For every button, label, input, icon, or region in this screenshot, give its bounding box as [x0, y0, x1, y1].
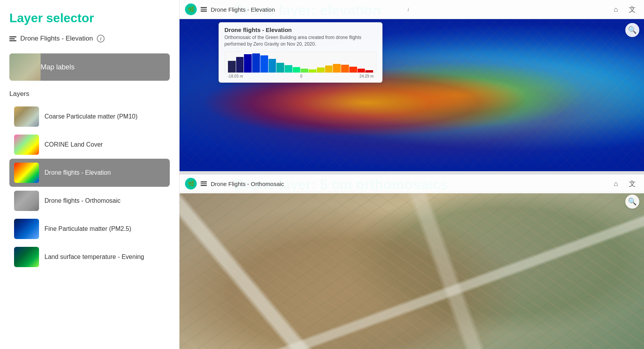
hist-bar-2 [236, 57, 244, 72]
layer-item-corine[interactable]: CORINE Land Cover [9, 131, 170, 159]
top-map-logo: 🌿 [185, 4, 197, 15]
ortho-roads-overlay [180, 191, 644, 349]
layer-item-drone-elev[interactable]: Drone flights - Elevation [9, 159, 170, 187]
map-labels-text: Map labels [41, 63, 75, 71]
hist-bar-4 [252, 53, 260, 73]
hist-bar-10 [301, 69, 308, 73]
ortho-map-home-btn[interactable]: ⌂ [610, 177, 622, 190]
hist-bar-5 [260, 55, 268, 73]
layer-thumbnail-drone-elev [14, 163, 39, 183]
hist-bar-6 [269, 59, 276, 72]
hist-bar-3 [244, 54, 252, 73]
map-labels-card[interactable]: Map labels [9, 53, 170, 81]
hist-bar-1 [228, 61, 236, 72]
ortho-map-toolbar: 🌿 Drone Flights - Orthomosaic ⌂ 文 [180, 174, 644, 193]
hist-bar-8 [285, 65, 292, 73]
active-layer-row: Drone Flights - Elevation i [9, 35, 170, 47]
layer-thumbnail-pm25 [14, 219, 39, 239]
ortho-map-visual [180, 191, 644, 349]
hist-bar-17 [358, 69, 365, 73]
layers-stack-icon [9, 36, 16, 41]
right-panel: 🌿 Drone Flights - Elevation i ⌂ 文 Drone … [180, 0, 644, 349]
ortho-map-layers-icon[interactable] [201, 181, 207, 186]
layer-thumbnail-ortho [14, 191, 39, 211]
layer-thumbnail-pm10 [14, 106, 39, 127]
ortho-map-panel: 🌿 Drone Flights - Orthomosaic ⌂ 文 Drone … [180, 174, 644, 349]
top-map-home-btn[interactable]: ⌂ [610, 3, 622, 16]
layer-name-lst: Land surface temperature - Evening [44, 253, 144, 261]
layer-thumbnail-lst [14, 247, 39, 267]
top-map-layer-name: Drone Flights - Elevation [211, 6, 404, 13]
layer-list: Coarse Particulate matter (PM10) CORINE … [9, 103, 170, 271]
top-map-panel: 🌿 Drone Flights - Elevation i ⌂ 文 Drone … [180, 0, 644, 174]
hist-bar-7 [276, 63, 284, 73]
panel-title: Layer selector [9, 11, 170, 25]
layer-name-ortho: Drone flights - Orthomosaic [44, 197, 121, 205]
layer-item-lst[interactable]: Land surface temperature - Evening [9, 243, 170, 271]
hist-bar-18 [365, 70, 373, 73]
elevation-tooltip: Drone flights - Elevation Orthomosaic of… [219, 22, 382, 83]
hist-bar-13 [325, 66, 333, 72]
layer-name-corine: CORINE Land Cover [44, 141, 103, 149]
hist-bar-12 [317, 67, 325, 72]
map-labels-thumbnail [9, 53, 41, 81]
layer-name-drone-elev: Drone flights - Elevation [44, 169, 111, 177]
hist-bar-11 [309, 69, 317, 72]
ortho-map-search-btn[interactable]: 🔍 [625, 195, 639, 209]
top-map-translate-btn[interactable]: 文 [626, 3, 639, 16]
left-panel: Layer selector Drone Flights - Elevation… [0, 0, 180, 349]
ortho-map-logo: 🌿 [185, 178, 197, 190]
top-map-layers-icon[interactable] [201, 7, 207, 12]
layer-thumbnail-corine [14, 135, 39, 155]
tooltip-desc: Orthomosaic of the Green Building area c… [224, 34, 377, 48]
histogram [224, 51, 377, 73]
hist-label-mid: 0 [300, 74, 302, 78]
hist-bar-15 [341, 65, 349, 73]
hist-bar-9 [293, 67, 301, 73]
top-map-search-btn[interactable]: 🔍 [625, 23, 639, 37]
hist-label-max: 24.29 m [359, 74, 374, 78]
layer-item-pm10[interactable]: Coarse Particulate matter (PM10) [9, 103, 170, 131]
elevation-map: Drone flights - Elevation Orthomosaic of… [180, 19, 644, 171]
layer-name-pm10: Coarse Particulate matter (PM10) [44, 113, 137, 121]
active-layer-info-icon[interactable]: i [97, 35, 105, 43]
layer-name-pm25: Fine Particulate matter (PM2.5) [44, 225, 131, 233]
layer-item-pm25[interactable]: Fine Particulate matter (PM2.5) [9, 215, 170, 243]
hist-label-min: -18.03 m [228, 74, 243, 78]
top-map-info-icon[interactable]: i [408, 7, 409, 12]
hist-bar-14 [333, 64, 341, 73]
layer-item-ortho[interactable]: Drone flights - Orthomosaic [9, 187, 170, 215]
top-map-toolbar: 🌿 Drone Flights - Elevation i ⌂ 文 [180, 0, 644, 19]
ortho-map-layer-name: Drone Flights - Orthomosaic [211, 181, 406, 187]
layers-section-label: Layers [9, 90, 170, 98]
tooltip-title: Drone flights - Elevation [224, 27, 377, 33]
histogram-labels: -18.03 m 0 24.29 m [224, 74, 377, 78]
hist-bar-16 [349, 67, 357, 73]
active-layer-name: Drone Flights - Elevation [20, 35, 93, 43]
ortho-map-translate-btn[interactable]: 文 [626, 177, 639, 190]
